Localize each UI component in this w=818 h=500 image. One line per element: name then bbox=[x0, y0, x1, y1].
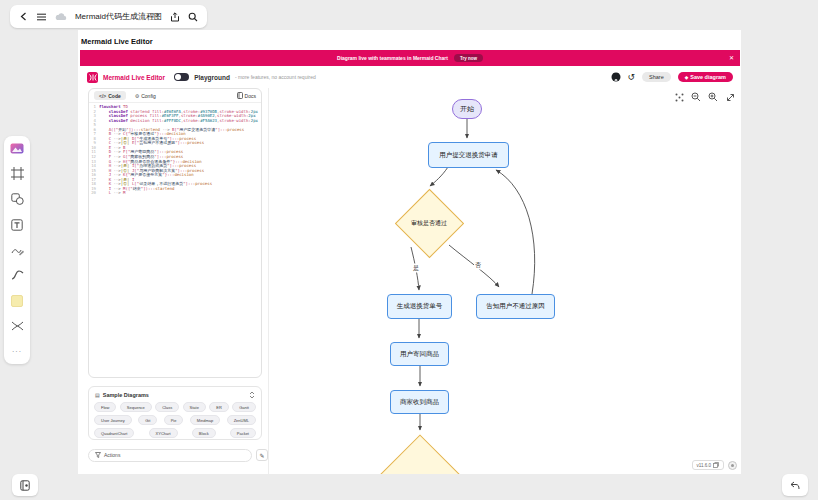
text-icon[interactable] bbox=[10, 217, 25, 232]
version-badge[interactable]: v11.6.0 bbox=[692, 460, 724, 470]
code-line: 20 L --> M bbox=[89, 191, 261, 196]
image-icon[interactable] bbox=[10, 141, 25, 156]
shapes-icon[interactable] bbox=[10, 192, 25, 207]
left-column: </> Code ⚙ Config Docs 1flowchart TD2 cl bbox=[88, 88, 262, 474]
actions-bar[interactable]: Actions bbox=[88, 449, 252, 462]
brand-title: Mermaid Live Editor bbox=[103, 74, 165, 81]
sample-chip-gantt[interactable]: Gantt bbox=[232, 402, 256, 412]
sample-chip-flow[interactable]: Flow bbox=[94, 402, 116, 412]
diagram-panel: 开始用户提交退换货申请审核是否通过生成退换货单号告知用户不通过原因用户寄回商品商… bbox=[268, 88, 741, 474]
sample-chip-block[interactable]: Block bbox=[192, 428, 216, 438]
edge-label-是: 是 bbox=[412, 264, 420, 273]
export-icon[interactable] bbox=[170, 11, 180, 23]
sample-chip-xychart[interactable]: XYChart bbox=[149, 428, 178, 438]
curve-icon[interactable] bbox=[10, 268, 25, 283]
chevron-up-down-icon[interactable] bbox=[249, 391, 255, 399]
sample-diagrams-panel: ▤ Sample Diagrams FlowSequenceClassState… bbox=[88, 386, 262, 440]
sample-chip-user-journey[interactable]: User Journey bbox=[94, 415, 132, 425]
book-icon bbox=[237, 92, 243, 99]
export-book-icon bbox=[20, 480, 30, 491]
playground-note: - more features, no account required bbox=[235, 74, 316, 80]
github-icon[interactable] bbox=[611, 72, 621, 82]
sample-chip-rows: FlowSequenceClassStateERGanttUser Journe… bbox=[89, 401, 261, 442]
editor-header: Mermaid Live Editor Playground - more fe… bbox=[80, 68, 740, 86]
flowchart-node-F: 用户寄回商品 bbox=[390, 342, 449, 366]
save-diagram-button[interactable]: ◆ Save diagram bbox=[678, 72, 733, 82]
frame-icon[interactable] bbox=[10, 166, 25, 181]
gear-icon: ⚙ bbox=[135, 93, 139, 99]
tab-config[interactable]: ⚙ Config bbox=[130, 91, 161, 100]
editor-workspace: </> Code ⚙ Config Docs 1flowchart TD2 cl bbox=[78, 88, 741, 474]
docs-link[interactable]: Docs bbox=[237, 92, 256, 99]
search-icon[interactable] bbox=[188, 11, 198, 23]
zoom-out-icon[interactable] bbox=[690, 91, 702, 103]
flowchart-node-D: 生成退换货单号 bbox=[387, 294, 452, 319]
flowchart-node-start: 开始 bbox=[452, 99, 482, 119]
banner-text: Diagram live with teammates in Mermaid C… bbox=[337, 55, 448, 61]
left-toolbar: ··· bbox=[4, 136, 30, 364]
mermaid-logo bbox=[87, 72, 98, 83]
playground-toggle[interactable] bbox=[174, 73, 189, 82]
code-editor[interactable]: 1flowchart TD2 classDef startend fill:#E… bbox=[89, 103, 261, 377]
window-title: Mermaid代码生成流程图 bbox=[75, 11, 162, 22]
save-icon: ◆ bbox=[685, 75, 688, 80]
sample-chip-packet[interactable]: Packet bbox=[230, 428, 256, 438]
mermaid-page: Mermaid Live Editor Diagram live with te… bbox=[78, 30, 741, 474]
zoom-in-icon[interactable] bbox=[707, 91, 719, 103]
code-line: 4 classDef decision fill:#FFF8DC,stroke:… bbox=[89, 119, 261, 124]
samples-icon: ▤ bbox=[95, 392, 100, 398]
flowchart-node-E: 告知用户不通过原因 bbox=[476, 294, 555, 319]
browser-topbar: Mermaid代码生成流程图 bbox=[10, 5, 207, 28]
promo-banner: Diagram live with teammates in Mermaid C… bbox=[80, 50, 740, 66]
theme-toggle-icon[interactable] bbox=[728, 461, 737, 470]
code-panel: </> Code ⚙ Config Docs 1flowchart TD2 cl bbox=[88, 88, 262, 378]
code-icon: </> bbox=[99, 93, 106, 99]
pan-icon[interactable] bbox=[673, 91, 685, 103]
flowchart-node-G: 商家收到商品 bbox=[390, 390, 449, 414]
sample-chip-mindmap[interactable]: Mindmap bbox=[190, 415, 220, 425]
history-icon[interactable]: ↺ bbox=[628, 73, 636, 82]
code-tabs: </> Code ⚙ Config Docs bbox=[89, 89, 261, 103]
sample-chip-pie[interactable]: Pie bbox=[164, 415, 184, 425]
share-button[interactable]: Share bbox=[642, 72, 671, 82]
sample-chip-er[interactable]: ER bbox=[209, 402, 229, 412]
sample-chip-class[interactable]: Class bbox=[155, 402, 179, 412]
flowchart-node-B: 用户提交退换货申请 bbox=[428, 142, 509, 168]
try-now-button[interactable]: Try now bbox=[454, 54, 483, 62]
sticky-note-icon[interactable] bbox=[10, 293, 25, 308]
cloud-status-icon bbox=[55, 11, 67, 23]
tab-code[interactable]: </> Code bbox=[94, 91, 126, 100]
back-icon[interactable] bbox=[19, 11, 29, 23]
page-title: Mermaid Live Editor bbox=[81, 37, 153, 46]
diagram-controls bbox=[673, 91, 736, 103]
fullscreen-icon[interactable] bbox=[724, 91, 736, 103]
flowchart-label-C: 审核是否通过 bbox=[411, 219, 447, 228]
screen: Mermaid代码生成流程图 · bbox=[0, 0, 818, 500]
sample-chip-zenuml[interactable]: ZenUML bbox=[227, 415, 256, 425]
journal-export-button[interactable] bbox=[12, 474, 38, 496]
sample-chip-state[interactable]: State bbox=[183, 402, 206, 412]
sample-chip-sequence[interactable]: Sequence bbox=[120, 402, 152, 412]
pen-icon[interactable] bbox=[10, 243, 25, 258]
samples-title: Sample Diagrams bbox=[103, 392, 149, 398]
close-icon[interactable]: ✕ bbox=[729, 54, 734, 61]
actions-label: Actions bbox=[104, 452, 120, 458]
version-row: v11.6.0 bbox=[692, 460, 737, 470]
funnel-icon bbox=[95, 452, 101, 458]
edge-label-否: 否 bbox=[474, 261, 482, 270]
reply-button[interactable] bbox=[782, 474, 808, 496]
playground-label: Playground bbox=[194, 74, 230, 81]
menu-icon[interactable] bbox=[37, 11, 47, 23]
copy-icon bbox=[713, 462, 719, 468]
reply-arrow-icon bbox=[790, 481, 800, 490]
more-tools-icon[interactable]: ··· bbox=[10, 344, 25, 359]
connector-icon[interactable] bbox=[10, 319, 25, 334]
sample-chip-git[interactable]: Git bbox=[138, 415, 157, 425]
actions-row: Actions ✎ ▦ bbox=[88, 448, 298, 462]
edit-icon[interactable]: ✎ bbox=[256, 449, 268, 461]
sample-chip-quadrantchart[interactable]: QuadrantChart bbox=[94, 428, 134, 438]
